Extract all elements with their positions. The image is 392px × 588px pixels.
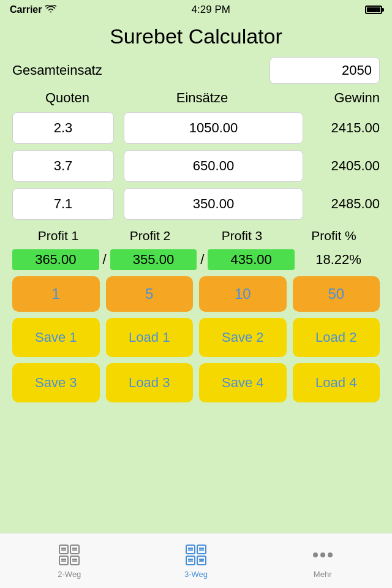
load-4-button[interactable]: Load 4 <box>293 363 380 402</box>
profit-separator-2: / <box>199 252 205 268</box>
col-header-einsaetze: Einsätze <box>123 90 282 106</box>
dot-2 <box>320 552 325 557</box>
save-3-button[interactable]: Save 3 <box>12 363 100 402</box>
profit-percent: 18.22% <box>297 252 380 268</box>
einsatz-input-2[interactable] <box>124 150 303 182</box>
profit-value-3: 435.00 <box>208 249 295 270</box>
gewinn-value-3: 2485.00 <box>313 196 380 212</box>
save-load-row-2: Save 3 Load 3 Save 4 Load 4 <box>10 363 382 402</box>
odds-input-2[interactable] <box>12 150 114 182</box>
battery-icon <box>365 6 382 14</box>
load-2-button[interactable]: Load 2 <box>293 318 380 357</box>
status-bar-left: Carrier <box>10 4 56 15</box>
wifi-icon <box>45 5 56 15</box>
gewinn-value-1: 2415.00 <box>313 120 380 136</box>
status-bar-right <box>365 6 382 14</box>
increment-row: 1 5 10 50 <box>10 276 382 312</box>
gesamteinsatz-label: Gesamteinsatz <box>12 62 102 78</box>
gesamteinsatz-row: Gesamteinsatz <box>10 57 382 84</box>
col-header-gewinn: Gewinn <box>282 90 380 106</box>
col-header-quoten: Quoten <box>12 90 123 106</box>
tab-mehr[interactable]: Mehr <box>259 543 386 579</box>
profit-label-2: Profit 2 <box>104 228 196 243</box>
dot-3 <box>328 552 333 557</box>
tab-mehr-label: Mehr <box>314 570 332 579</box>
gewinn-value-2: 2405.00 <box>313 158 380 174</box>
status-bar-time: 4:29 PM <box>192 4 230 16</box>
status-bar: Carrier 4:29 PM <box>0 0 392 18</box>
dot-1 <box>313 552 318 557</box>
save-load-row-1: Save 1 Load 1 Save 2 Load 2 <box>10 318 382 357</box>
increment-btn-5[interactable]: 5 <box>106 276 194 312</box>
profit-label-percent: Profit % <box>288 228 380 243</box>
profit-value-2: 355.00 <box>110 249 197 270</box>
profit-label-3: Profit 3 <box>196 228 288 243</box>
tab-2-weg-label: 2-Weg <box>58 570 81 579</box>
tab-mehr-icon <box>311 543 335 567</box>
load-1-button[interactable]: Load 1 <box>106 318 194 357</box>
app-title: Surebet Calculator <box>10 24 382 48</box>
profit-labels: Profit 1 Profit 2 Profit 3 Profit % <box>10 228 382 243</box>
load-3-button[interactable]: Load 3 <box>106 363 194 402</box>
tab-3-weg[interactable]: 3-Weg <box>133 543 260 579</box>
increment-btn-50[interactable]: 50 <box>293 276 380 312</box>
tab-2-weg-icon <box>57 543 81 567</box>
column-headers: Quoten Einsätze Gewinn <box>10 90 382 106</box>
tab-2-weg[interactable]: 2-Weg <box>6 543 133 579</box>
save-1-button[interactable]: Save 1 <box>12 318 100 357</box>
save-2-button[interactable]: Save 2 <box>199 318 287 357</box>
profit-values-row: 365.00 / 355.00 / 435.00 18.22% <box>10 249 382 270</box>
main-content: Surebet Calculator Gesamteinsatz Quoten … <box>0 18 392 533</box>
increment-btn-10[interactable]: 10 <box>199 276 287 312</box>
carrier-label: Carrier <box>10 4 42 15</box>
gesamteinsatz-input[interactable] <box>270 57 380 84</box>
profit-label-1: Profit 1 <box>12 228 104 243</box>
tab-3-weg-icon <box>184 543 208 567</box>
odds-row-3: 2485.00 <box>10 188 382 220</box>
odds-input-1[interactable] <box>12 112 114 144</box>
increment-btn-1[interactable]: 1 <box>12 276 100 312</box>
profit-separator-1: / <box>102 252 108 268</box>
odds-row-2: 2405.00 <box>10 150 382 182</box>
tab-bar: 2-Weg 3-Weg <box>0 533 392 588</box>
save-4-button[interactable]: Save 4 <box>199 363 287 402</box>
odds-input-3[interactable] <box>12 188 114 220</box>
tab-3-weg-label: 3-Weg <box>184 570 208 579</box>
einsatz-input-3[interactable] <box>124 188 303 220</box>
odds-row-1: 2415.00 <box>10 112 382 144</box>
profit-value-1: 365.00 <box>12 249 99 270</box>
einsatz-input-1[interactable] <box>124 112 303 144</box>
